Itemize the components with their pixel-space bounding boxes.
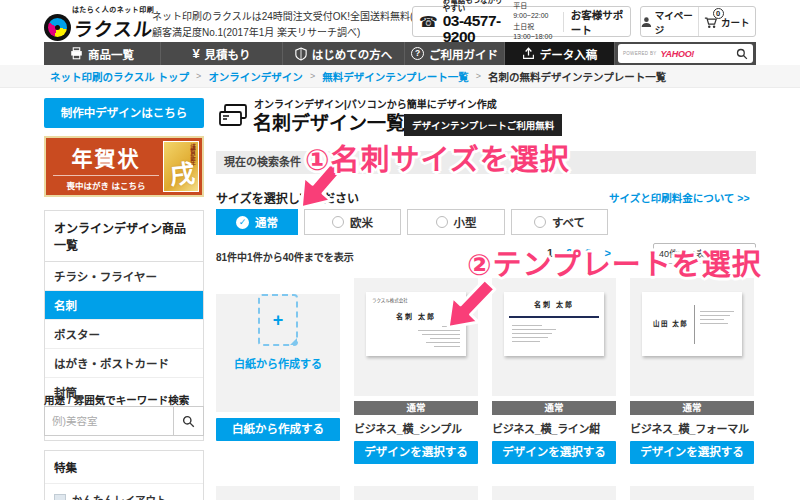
breadcrumb: ネット印刷のラクスル トップ > オンラインデザイン > 無料デザインテンプレー… bbox=[0, 65, 800, 88]
annotation-step2: ②テンプレートを選択 bbox=[467, 241, 762, 283]
account-box: マイページ 0 カート bbox=[640, 6, 756, 37]
breadcrumb-separator: > bbox=[196, 71, 201, 81]
banner-title: 年賀状 bbox=[53, 142, 159, 172]
size-option-label: 欧米 bbox=[350, 214, 373, 230]
thumb-name: 名刺 太郎 bbox=[504, 299, 604, 309]
template-preview-formal[interactable]: 山田 太郎 bbox=[630, 278, 754, 396]
upload-icon bbox=[522, 47, 535, 60]
customer-support-link[interactable]: お客様サポート bbox=[569, 7, 624, 37]
keyword-search-title: 用途 / 雰囲気でキーワード検索 bbox=[44, 392, 189, 407]
page: はたらく人のネット印刷 ラクスル ネット印刷のラクスルは24時間注文受付OK!全… bbox=[0, 0, 800, 500]
feature-box: 特集 かんたんレイアウト bbox=[44, 450, 204, 500]
thumb-divider bbox=[694, 305, 695, 344]
select-design-button[interactable]: デザインを選択する bbox=[630, 441, 754, 464]
banner-artwork: 謹賀新年 戌 bbox=[163, 141, 199, 192]
raksul-logo-icon bbox=[44, 14, 71, 41]
sidebar-item-postcard[interactable]: はがき・ポストカード bbox=[45, 349, 203, 378]
sidebar-item-poster[interactable]: ポスター bbox=[45, 320, 203, 349]
size-badge: 通常 bbox=[630, 401, 754, 415]
template-preview-stub[interactable] bbox=[216, 486, 340, 500]
size-badge: 通常 bbox=[492, 401, 616, 415]
site-search-input[interactable]: POWERED BY YAHOO! bbox=[618, 44, 753, 63]
wip-designs-button[interactable]: 制作中デザインはこちら bbox=[44, 98, 204, 128]
create-from-blank-button[interactable]: 白紙から作成する bbox=[216, 418, 340, 441]
blank-card-label: 白紙から作成する bbox=[216, 355, 340, 371]
cart-button[interactable]: 0 カート bbox=[698, 7, 756, 36]
mypage-label: マイページ bbox=[655, 8, 698, 36]
nav-tab-beginners[interactable]: はじめての方へ bbox=[283, 42, 405, 65]
nav-tab-products[interactable]: 商品一覧 bbox=[44, 42, 161, 65]
beginner-shield-icon bbox=[295, 47, 307, 61]
breadcrumb-template-list[interactable]: 無料デザインテンプレート一覧 bbox=[322, 69, 469, 84]
nav-tab-guide[interactable]: ? ご利用ガイド bbox=[405, 42, 505, 65]
blank-card: + 白紙から作成する 白紙から作成する bbox=[216, 278, 340, 464]
nav-tab-quote[interactable]: ¥ 見積もり bbox=[161, 42, 283, 65]
sidebar-item-meishi[interactable]: 名刺 bbox=[45, 291, 203, 320]
business-card-thumbnail: 山田 太郎 bbox=[642, 292, 742, 356]
business-card-icon bbox=[218, 103, 248, 129]
template-name: ビジネス_横_ライン紺 bbox=[492, 420, 616, 436]
template-preview-stub[interactable] bbox=[630, 486, 754, 500]
search-icon[interactable] bbox=[736, 48, 748, 60]
blank-plus-icon[interactable]: + bbox=[258, 294, 298, 346]
size-pricing-link[interactable]: サイズと印刷料金について >> bbox=[609, 190, 750, 205]
cart-count-badge: 0 bbox=[713, 8, 724, 19]
yen-icon: ¥ bbox=[192, 46, 199, 61]
select-design-button[interactable]: デザインを選択する bbox=[354, 441, 478, 464]
nengajo-banner[interactable]: 年賀状 喪中はがき はこちら 謹賀新年 戌 bbox=[44, 136, 204, 197]
breadcrumb-separator: > bbox=[476, 71, 481, 81]
size-option-all[interactable]: すべて bbox=[511, 209, 608, 235]
template-preview-stub[interactable] bbox=[492, 486, 616, 500]
breadcrumb-online-design[interactable]: オンラインデザイン bbox=[208, 69, 303, 84]
business-card-thumbnail: 名刺 太郎 bbox=[504, 292, 604, 356]
thumb-navy-line bbox=[509, 316, 599, 318]
banner-subtitle: 喪中はがき はこちら bbox=[53, 175, 159, 191]
template-card: 名刺 太郎 通常 ビジネス_横_ライン紺 デザインを選択する bbox=[492, 278, 616, 464]
thumb-address-lines bbox=[512, 322, 562, 342]
size-option-label: 通常 bbox=[255, 214, 278, 230]
breadcrumb-separator: > bbox=[310, 71, 315, 81]
template-name: ビジネス_横_シンプル bbox=[354, 420, 478, 436]
feature-title: 特集 bbox=[45, 451, 203, 484]
hours-weekday: 平日 9:00~22:00 bbox=[513, 1, 558, 22]
powered-by-text: POWERED BY bbox=[623, 51, 657, 56]
nav-label-guide: ご利用ガイド bbox=[429, 46, 498, 62]
keyword-search-button[interactable] bbox=[173, 407, 203, 435]
search-icon bbox=[182, 415, 195, 428]
page-title: 名刺デザイン一覧 bbox=[253, 108, 405, 135]
template-name: ビジネス_横_フォーマル bbox=[630, 420, 754, 436]
sidebar-item-flyer[interactable]: チラシ・フライヤー bbox=[45, 262, 203, 291]
nav-label-quote: 見積もり bbox=[205, 46, 251, 62]
checkbox-icon[interactable] bbox=[54, 494, 66, 500]
template-preview-stub[interactable] bbox=[354, 486, 478, 500]
template-preview-line-navy[interactable]: 名刺 太郎 bbox=[492, 278, 616, 396]
breadcrumb-home[interactable]: ネット印刷のラクスル トップ bbox=[50, 69, 189, 84]
mypage-button[interactable]: マイページ bbox=[641, 7, 698, 36]
user-icon bbox=[641, 15, 652, 29]
keyword-search-input[interactable] bbox=[45, 407, 173, 435]
next-row-previews bbox=[216, 486, 756, 500]
thumb-name: 山田 太郎 bbox=[653, 318, 688, 328]
breadcrumb-current: 名刺の無料デザインテンプレート一覧 bbox=[488, 69, 666, 84]
radio-checked-icon: ✓ bbox=[236, 216, 249, 229]
thumb-company: ラクスル株式会社 bbox=[372, 297, 408, 303]
feature-item-easy-layout[interactable]: かんたんレイアウト bbox=[45, 484, 203, 500]
radio-icon bbox=[332, 216, 344, 228]
printer-icon bbox=[70, 47, 83, 60]
select-design-button[interactable]: デザインを選択する bbox=[492, 441, 616, 464]
nav-search-area: POWERED BY YAHOO! bbox=[615, 42, 756, 65]
main-nav: 商品一覧 ¥ 見積もり はじめての方へ ? ご利用ガイド データ入稿 POWER… bbox=[44, 42, 756, 65]
size-option-small[interactable]: 小型 bbox=[407, 209, 505, 235]
size-options: ✓ 通常 欧米 小型 すべて bbox=[216, 209, 608, 235]
feature-item-label: かんたんレイアウト bbox=[72, 492, 167, 500]
result-count: 81件中1件から40件までを表示 bbox=[216, 249, 354, 264]
nav-label-products: 商品一覧 bbox=[88, 46, 134, 62]
blank-card-preview[interactable]: + 白紙から作成する bbox=[216, 294, 340, 412]
phone-hours: 平日 9:00~22:00 土日祝 13:00~18:00 bbox=[513, 1, 558, 43]
nav-label-upload: データ入稿 bbox=[540, 46, 598, 62]
size-option-normal[interactable]: ✓ 通常 bbox=[216, 209, 298, 235]
cart-label: カート bbox=[721, 15, 750, 29]
banner-kanji: 戌 bbox=[164, 152, 200, 191]
nav-tab-upload[interactable]: データ入稿 bbox=[505, 42, 615, 65]
thumb-address-lines bbox=[700, 308, 736, 324]
